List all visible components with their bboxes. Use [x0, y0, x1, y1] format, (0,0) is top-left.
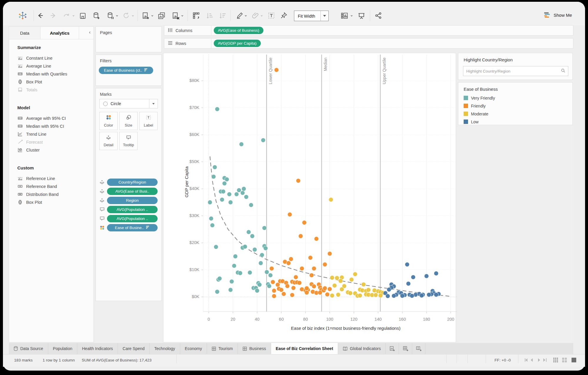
show-mark-labels-caret-icon[interactable]: [350, 15, 353, 17]
analytics-item-median-with-quartiles[interactable]: Median with Quartiles: [9, 70, 93, 78]
analytics-item-trend-line[interactable]: Trend Line: [9, 130, 93, 138]
sheet-tab-population[interactable]: Population: [48, 343, 77, 354]
mark-friendly[interactable]: [291, 286, 296, 290]
analytics-item-box-plot[interactable]: Box Plot: [9, 78, 93, 86]
run-update-caret-icon[interactable]: [132, 15, 134, 17]
sheet-tab-tourism[interactable]: Tourism: [207, 343, 238, 354]
mark-very-friendly[interactable]: [268, 273, 273, 278]
legend-item-moderate[interactable]: Moderate: [458, 110, 572, 118]
mark-very-friendly[interactable]: [218, 276, 222, 281]
group-caret-icon[interactable]: [260, 15, 263, 17]
mark-friendly[interactable]: [290, 293, 294, 297]
undo-icon[interactable]: [36, 11, 45, 20]
mark-very-friendly[interactable]: [267, 284, 271, 288]
sheet-tab-business[interactable]: Business: [238, 343, 271, 354]
show-me-button[interactable]: Show Me: [543, 11, 572, 19]
mark-very-friendly[interactable]: [238, 271, 243, 275]
sheet-tab-data-source[interactable]: Data Source: [9, 343, 48, 354]
mark-moderate[interactable]: [333, 283, 337, 288]
mark-low[interactable]: [406, 281, 411, 286]
mark-very-friendly[interactable]: [250, 234, 255, 238]
pause-auto-updates-icon[interactable]: [106, 11, 115, 20]
mark-moderate[interactable]: [340, 287, 344, 292]
page-navigation[interactable]: [523, 357, 549, 364]
mark-friendly[interactable]: [305, 290, 309, 295]
tab-data[interactable]: Data: [9, 27, 41, 39]
mark-friendly[interactable]: [288, 212, 292, 217]
presentation-mode-icon[interactable]: [357, 11, 366, 20]
marks-pill[interactable]: Ease of Busine..: [107, 224, 158, 231]
duplicate-sheet-icon[interactable]: [157, 11, 166, 20]
mark-friendly[interactable]: [309, 273, 314, 278]
analytics-item-cluster[interactable]: Cluster: [9, 146, 93, 154]
analytics-item-median-with-95-ci[interactable]: Median with 95% CI: [9, 122, 93, 130]
scatter-plot-view[interactable]: GDP per Capita Ease of biz index (1=most…: [163, 53, 456, 342]
mark-friendly[interactable]: [282, 292, 286, 296]
mark-friendly[interactable]: [289, 257, 293, 261]
mark-friendly[interactable]: [323, 286, 327, 290]
analytics-item-reference-line[interactable]: Reference Line: [9, 174, 93, 182]
new-story-button[interactable]: [412, 343, 425, 354]
mark-very-friendly[interactable]: [222, 181, 227, 186]
fit-selector[interactable]: Fit Width: [294, 11, 329, 21]
mark-friendly[interactable]: [312, 284, 316, 289]
mark-low[interactable]: [434, 292, 438, 297]
rows-pill[interactable]: AVG(GDP per Capita): [214, 40, 261, 47]
mark-moderate[interactable]: [330, 275, 334, 280]
columns-pill[interactable]: AVG(Ease of Business): [214, 27, 263, 34]
highlight-caret-icon[interactable]: [245, 15, 247, 17]
swap-rows-columns-icon[interactable]: [192, 11, 201, 20]
mark-very-friendly[interactable]: [210, 223, 215, 228]
mark-friendly[interactable]: [305, 286, 309, 290]
mark-friendly[interactable]: [279, 288, 283, 292]
mark-moderate[interactable]: [335, 276, 339, 280]
mark-very-friendly[interactable]: [255, 288, 259, 293]
sheet-tab-ease-of-biz-correlation-sheet[interactable]: Ease of Biz Correlation Sheet: [271, 343, 338, 354]
marks-button-label[interactable]: Label: [139, 112, 158, 130]
mark-friendly[interactable]: [318, 290, 322, 295]
marks-pill[interactable]: AVG(Ease of Busi..: [107, 188, 158, 195]
new-data-source-icon[interactable]: [92, 11, 101, 20]
mark-very-friendly[interactable]: [248, 270, 252, 275]
new-worksheet-icon[interactable]: [141, 11, 150, 20]
mark-very-friendly[interactable]: [209, 216, 213, 221]
mark-friendly[interactable]: [272, 288, 276, 293]
replay-icon[interactable]: [62, 11, 71, 20]
new-dashboard-button[interactable]: [399, 343, 412, 354]
analytics-item-average-with-95-ci[interactable]: Average with 95% CI: [9, 114, 93, 122]
mark-moderate[interactable]: [366, 288, 371, 292]
mark-friendly[interactable]: [285, 284, 290, 288]
mark-very-friendly[interactable]: [234, 192, 239, 196]
analytics-item-box-plot[interactable]: Box Plot: [9, 198, 93, 206]
mark-low[interactable]: [405, 262, 409, 267]
mark-low[interactable]: [427, 292, 431, 297]
mark-very-friendly[interactable]: [253, 248, 257, 252]
filter-pill[interactable]: Ease of Business (cl..: [99, 67, 153, 74]
mark-very-friendly[interactable]: [265, 270, 269, 274]
highlight-search-input[interactable]: Highlight Country/Region: [463, 66, 568, 76]
mark-friendly[interactable]: [328, 251, 332, 256]
sheet-tab-technology[interactable]: Technology: [150, 343, 180, 354]
sheet-tab-global-indicators[interactable]: Global Indicators: [338, 343, 386, 354]
mark-moderate[interactable]: [348, 291, 353, 295]
marks-button-color[interactable]: Color: [99, 112, 118, 130]
marks-pill[interactable]: Country/Region: [107, 179, 158, 186]
marks-pill[interactable]: AVG(Population ..: [107, 206, 158, 213]
mark-low[interactable]: [392, 294, 396, 298]
new-worksheet-caret-icon[interactable]: [151, 15, 153, 17]
sheet-tab-economy[interactable]: Economy: [180, 343, 207, 354]
rows-shelf[interactable]: Rows AVG(GDP per Capita): [164, 38, 573, 48]
marks-button-detail[interactable]: Detail: [99, 132, 118, 150]
mark-friendly[interactable]: [323, 262, 327, 267]
mark-low[interactable]: [410, 294, 414, 298]
fit-selector-caret-icon[interactable]: [320, 11, 328, 21]
mark-low[interactable]: [434, 271, 438, 276]
sheet-tab-health-indicators[interactable]: Health Indicators: [77, 343, 118, 354]
mark-very-friendly[interactable]: [208, 200, 212, 205]
mark-moderate[interactable]: [358, 293, 362, 298]
mark-friendly[interactable]: [272, 294, 276, 298]
legend-item-low[interactable]: Low: [458, 118, 572, 126]
clear-sheet-caret-icon[interactable]: [181, 15, 183, 17]
share-workbook-icon[interactable]: [374, 11, 383, 20]
mark-very-friendly[interactable]: [261, 138, 265, 142]
